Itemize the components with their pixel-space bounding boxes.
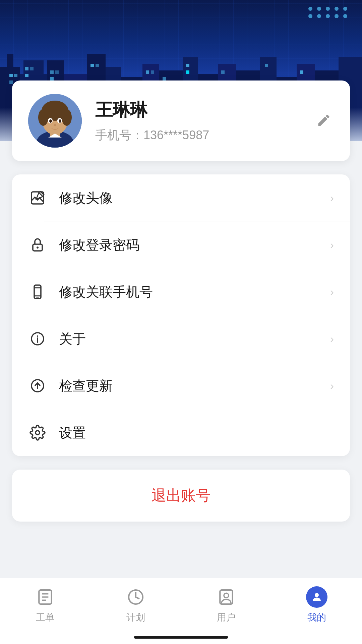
svg-point-50 xyxy=(49,119,52,123)
image-edit-icon xyxy=(28,189,47,207)
menu-item-change-avatar[interactable]: 修改头像 › xyxy=(12,174,350,221)
info-icon xyxy=(28,329,47,348)
svg-point-72 xyxy=(315,593,319,597)
home-indicator xyxy=(134,636,228,639)
chevron-right-icon-5: › xyxy=(330,380,334,392)
menu-item-check-update[interactable]: 检查更新 › xyxy=(12,362,350,409)
nav-label-mine: 我的 xyxy=(307,611,326,624)
menu-item-change-password[interactable]: 修改登录密码 › xyxy=(12,221,350,268)
nav-label-user: 用户 xyxy=(217,611,236,624)
menu-item-settings[interactable]: 设置 xyxy=(12,409,350,456)
menu-label-settings: 设置 xyxy=(59,424,334,442)
chevron-right-icon-3: › xyxy=(330,286,334,298)
svg-point-62 xyxy=(37,335,38,337)
chevron-right-icon-4: › xyxy=(330,333,334,345)
svg-point-71 xyxy=(224,593,229,598)
svg-rect-47 xyxy=(42,107,68,117)
chevron-right-icon-2: › xyxy=(330,239,334,251)
svg-rect-56 xyxy=(34,285,41,299)
edit-profile-button[interactable] xyxy=(314,110,334,131)
menu-label-check-update: 检查更新 xyxy=(59,377,330,395)
main-content: 王琳琳 手机号：136****5987 修改头像 › xyxy=(0,0,362,644)
profile-phone: 手机号：136****5987 xyxy=(95,127,334,144)
avatar xyxy=(28,94,82,148)
nav-label-plan: 计划 xyxy=(126,611,145,624)
svg-rect-59 xyxy=(36,297,39,298)
menu-label-change-avatar: 修改头像 xyxy=(59,189,330,207)
plan-nav-icon xyxy=(125,586,146,608)
svg-point-51 xyxy=(59,119,61,123)
nav-item-workorder[interactable]: 工单 xyxy=(0,586,90,624)
phone-icon xyxy=(28,282,47,301)
profile-card: 王琳琳 手机号：136****5987 xyxy=(12,80,350,161)
chevron-right-icon: › xyxy=(330,192,334,204)
svg-point-64 xyxy=(36,431,40,435)
nav-label-workorder: 工单 xyxy=(36,611,55,624)
svg-rect-53 xyxy=(32,192,44,204)
menu-item-change-phone[interactable]: 修改关联手机号 › xyxy=(12,268,350,315)
svg-point-52 xyxy=(54,124,56,126)
menu-card: 修改头像 › 修改登录密码 › xyxy=(12,174,350,456)
svg-point-55 xyxy=(37,247,39,249)
nav-item-user[interactable]: 用户 xyxy=(181,586,272,624)
gear-icon xyxy=(28,423,47,442)
menu-label-change-phone: 修改关联手机号 xyxy=(59,283,330,301)
bottom-nav: 工单 计划 用户 xyxy=(0,578,362,644)
nav-item-plan[interactable]: 计划 xyxy=(90,586,181,624)
mine-nav-icon xyxy=(306,586,327,608)
logout-card: 退出账号 xyxy=(12,470,350,522)
menu-label-about: 关于 xyxy=(59,330,330,348)
menu-item-about[interactable]: 关于 › xyxy=(12,315,350,362)
profile-name: 王琳琳 xyxy=(95,98,334,122)
lock-icon xyxy=(28,235,47,254)
upload-icon xyxy=(28,376,47,395)
user-nav-icon xyxy=(216,586,237,608)
workorder-nav-icon xyxy=(35,586,56,608)
nav-item-mine[interactable]: 我的 xyxy=(272,586,362,624)
logout-button[interactable]: 退出账号 xyxy=(152,486,210,505)
profile-info: 王琳琳 手机号：136****5987 xyxy=(95,98,334,144)
edit-icon xyxy=(316,113,331,128)
menu-label-change-password: 修改登录密码 xyxy=(59,236,330,254)
